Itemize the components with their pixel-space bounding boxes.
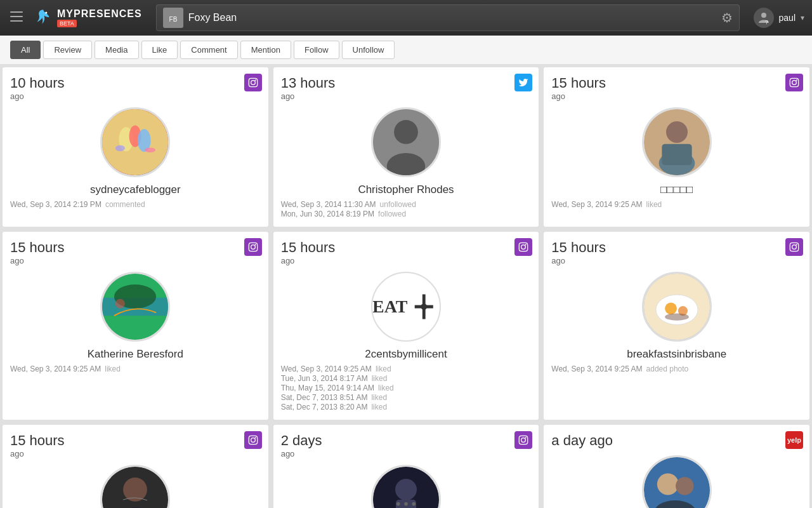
svg-point-56	[525, 437, 527, 438]
filter-tab-review[interactable]: Review	[43, 41, 92, 59]
svg-point-22	[796, 79, 797, 81]
svg-point-9	[251, 81, 255, 85]
avatar[interactable]	[100, 465, 170, 508]
dropdown-caret-icon[interactable]: ▾	[801, 13, 804, 22]
time-number: 10 hours	[10, 75, 261, 91]
page-name: Foxy Bean	[188, 12, 237, 23]
logo-text: MYPRESENCES BETA	[57, 9, 142, 27]
card-time: 15 hours ago	[281, 239, 532, 265]
svg-point-35	[521, 245, 526, 250]
avatar-container	[10, 107, 261, 177]
action-row-2: Mon, Jun 30, 2014 8:19 PM followed	[281, 210, 532, 218]
svg-point-24	[666, 121, 688, 143]
card-tahnee-quinlan: 15 hours ago Tahnee Quinlan Wed, Sep 3, …	[3, 425, 268, 508]
time-number: 13 hours	[281, 75, 532, 91]
action-date-2: Mon, Jun 30, 2014 8:19 PM	[281, 210, 374, 218]
svg-rect-48	[249, 436, 257, 444]
menu-icon[interactable]	[8, 9, 25, 27]
svg-rect-20	[790, 78, 798, 86]
yelp-icon: yelp	[785, 431, 803, 449]
card-username[interactable]: Christopher Rhodes	[281, 184, 532, 196]
card-username[interactable]: 2centsbymillicent	[281, 348, 532, 361]
avatar-container	[281, 107, 532, 177]
avatar[interactable]	[642, 107, 712, 177]
svg-rect-2	[10, 20, 23, 22]
time-number: 2 days	[281, 432, 532, 449]
svg-point-45	[665, 302, 677, 314]
svg-point-42	[796, 244, 797, 245]
avatar[interactable]	[371, 465, 441, 508]
svg-point-62	[404, 502, 408, 506]
card-actions: Wed, Sep 3, 2014 9:25 AM liked	[551, 200, 802, 209]
action-row: Wed, Sep 3, 2014 11:30 AM unfollowed	[281, 200, 532, 209]
instagram-icon	[785, 74, 803, 91]
content-grid: 10 hours ago sydneycafeblogger Wed, Sep …	[0, 65, 812, 508]
card-actions: Wed, Sep 3, 2014 9:25 AM added photo	[551, 364, 802, 373]
action-date: Wed, Sep 3, 2014 11:30 AM	[281, 200, 376, 209]
svg-point-55	[521, 438, 526, 443]
time-number: a day ago	[551, 432, 802, 449]
card-time: 2 days ago	[281, 432, 532, 458]
avatar[interactable]	[100, 107, 170, 177]
svg-point-61	[396, 502, 400, 506]
action-type-2: liked	[372, 374, 388, 383]
svg-rect-0	[10, 11, 23, 13]
svg-point-33	[115, 299, 125, 309]
page-thumb: FB	[163, 8, 183, 28]
filter-tab-like[interactable]: Like	[141, 41, 178, 59]
svg-rect-40	[790, 243, 798, 251]
svg-point-63	[412, 502, 416, 506]
card-username[interactable]: Katherine Beresford	[10, 348, 261, 361]
svg-rect-34	[520, 243, 528, 251]
avatar[interactable]	[642, 455, 712, 508]
page-tab[interactable]: FB Foxy Bean ⚙	[156, 4, 740, 31]
action-row: Wed, Sep 3, 2014 9:25 AM liked	[10, 364, 261, 373]
svg-point-65	[657, 474, 678, 495]
action-row-5: Sat, Dec 7, 2013 8:20 AM liked	[281, 403, 532, 411]
filter-bar: All Review Media Like Comment Mention Fo…	[0, 36, 812, 65]
avatar[interactable]	[371, 107, 441, 177]
logo: MYPRESENCES BETA	[33, 8, 142, 28]
avatar-container	[551, 107, 802, 177]
svg-point-16	[145, 148, 155, 153]
svg-point-3	[45, 11, 47, 13]
avatar[interactable]: EAT	[371, 272, 441, 342]
avatar[interactable]	[100, 272, 170, 342]
filter-tab-follow[interactable]: Follow	[294, 41, 339, 59]
time-number: 15 hours	[10, 239, 261, 256]
user-avatar-icon: ?	[754, 8, 774, 28]
time-number: 15 hours	[551, 75, 802, 91]
card-actions: Wed, Sep 3, 2014 9:25 AM liked Tue, Jun …	[281, 364, 532, 411]
svg-point-21	[792, 81, 797, 85]
svg-rect-54	[520, 436, 528, 444]
card-time: 15 hours ago	[10, 239, 261, 265]
card-username[interactable]: □□□□□	[551, 184, 802, 196]
action-date-3: Thu, May 15, 2014 9:14 AM	[281, 384, 374, 392]
action-type-3: liked	[378, 384, 394, 392]
filter-tab-mention[interactable]: Mention	[240, 41, 291, 59]
logo-beta-badge: BETA	[57, 20, 77, 27]
card-2centsbymillicent: 15 hours ago EAT 2centsbymillicent Wed, …	[273, 232, 539, 420]
svg-rect-1	[10, 16, 23, 17]
action-date-2: Tue, Jun 3, 2014 8:17 AM	[281, 374, 368, 383]
action-type: commented	[105, 200, 145, 209]
filter-tab-comment[interactable]: Comment	[180, 41, 237, 59]
card-time: 13 hours ago	[281, 75, 532, 101]
card-katherine-beresford: 15 hours ago Katherine Beresford Wed, Se…	[3, 232, 268, 420]
filter-tab-unfollow[interactable]: Unfollow	[342, 41, 395, 59]
avatar[interactable]	[642, 272, 712, 342]
filter-tab-all[interactable]: All	[10, 41, 41, 59]
action-date-4: Sat, Dec 7, 2013 8:51 AM	[281, 393, 368, 402]
card-username[interactable]: sydneycafeblogger	[10, 184, 261, 196]
card-actions: Wed, Sep 3, 2014 9:25 AM liked	[10, 364, 261, 373]
action-date: Wed, Sep 3, 2014 9:25 AM	[281, 364, 372, 373]
filter-tab-media[interactable]: Media	[95, 41, 138, 59]
user-menu[interactable]: ? paul ▾	[754, 8, 804, 28]
card-username[interactable]: breakfastsinbrisbane	[551, 348, 802, 361]
gear-icon[interactable]: ⚙	[721, 10, 733, 25]
avatar-container	[551, 272, 802, 342]
action-date: Wed, Sep 3, 2014 9:25 AM	[551, 364, 642, 373]
time-number: 15 hours	[281, 239, 532, 256]
svg-rect-27	[249, 243, 257, 251]
svg-point-28	[251, 245, 255, 250]
